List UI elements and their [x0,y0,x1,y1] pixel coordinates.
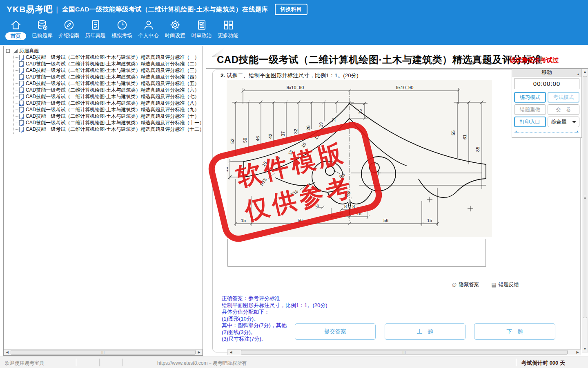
panel-collapse-icon[interactable]: ▲ [577,71,580,78]
content-hscrollbar[interactable]: ◀ ▶ ||| [227,349,581,355]
nav-item-profile[interactable]: 个人中心 [135,19,162,39]
hide-eye-icon: ∅ [452,282,457,288]
tree-guide-line [13,54,14,134]
practice-mode-button[interactable]: 练习模式 [514,92,546,103]
doc-edit-icon [19,74,24,80]
not-taken-notice: 该试卷还未考试过 [510,56,559,64]
submit-paper-button[interactable]: 交 卷 [548,104,579,115]
svg-text:26: 26 [306,126,311,130]
svg-text:18: 18 [356,211,361,216]
feedback-link[interactable]: ▤ 错题反馈 [491,281,519,288]
tree-item-label: CAD技能一级考试（二维计算机绘图·土木与建筑类）精选真题及评分标准（三） [26,67,199,74]
tree-connector [14,90,18,90]
switch-subject-button[interactable]: 切换科目 [275,4,307,15]
nav-label: 介绍指南 [59,32,79,39]
nav-item-guide[interactable]: 介绍指南 [56,19,82,39]
tree-item[interactable]: CAD技能一级考试（二维计算机绘图·土木与建筑类）精选真题及评分标准（三） [14,67,203,74]
scroll-down-arrow[interactable]: ▼ [582,346,588,352]
svg-text:15: 15 [358,109,363,114]
answer-line: (1)图形(10分)。 [222,316,327,323]
tree-item-label: CAD技能一级考试（二维计算机绘图·土木与建筑类）精选真题及评分标准（二） [26,61,199,67]
nav-item-time-settings[interactable]: 时间设置 [162,19,188,39]
tree-item[interactable]: CAD技能一级考试（二维计算机绘图·土木与建筑类）精选真题及评分标准（四） [14,74,203,80]
svg-text:85: 85 [475,147,480,152]
svg-text:46: 46 [255,136,260,141]
svg-text:52: 52 [230,139,235,144]
tree-item[interactable]: CAD技能一级考试（二维计算机绘图·土木与建筑类）精选真题及评分标准（九） [14,106,203,113]
feedback-note-icon: ▤ [491,282,496,288]
doc-edit-icon [19,68,24,73]
nav-item-more[interactable]: 更多功能 [215,19,241,39]
scroll-left-arrow[interactable]: ◀ [228,350,234,355]
collapse-icon[interactable] [6,49,10,53]
tree-item[interactable]: CAD技能一级考试（二维计算机绘图·土木与建筑类）精选真题及评分标准（十） [14,113,203,119]
tree-connector [14,103,18,103]
tree-root[interactable]: 历届真题 [6,47,203,54]
nav-label: 个人中心 [138,32,159,39]
main-toolbar: 首页 已购题库 介绍指南 历年真题 模拟考场 个人中心 [0,16,588,40]
answer-input-area[interactable] [227,239,486,267]
tree-item-label: CAD技能一级考试（二维计算机绘图·土木与建筑类）精选真题及评分标准（十二） [26,126,204,133]
tree-item-label: CAD技能一级考试（二维计算机绘图·土木与建筑类）精选真题及评分标准（七） [26,93,199,100]
tree-item[interactable]: CAD技能一级考试（二维计算机绘图·土木与建筑类）精选真题及评分标准（一） [14,54,203,61]
tree-item[interactable]: CAD技能一级考试（二维计算机绘图·土木与建筑类）精选真题及评分标准（六） [14,87,203,93]
splitter-right-arrow: ▲ [576,130,579,133]
next-question-button[interactable]: 下一题 [474,323,555,340]
panel-header-label: 移动 [542,70,552,75]
app-window: YKB易考吧 | 全国CAD一级技能等级考试（二维计算机绘图·土木与建筑类）在线… [0,0,588,368]
submit-answer-button[interactable]: 提交答案 [295,323,376,340]
previous-question-button[interactable]: 上一题 [385,323,466,340]
answer-line: 具体分值分配如下： [222,309,327,316]
doc-edit-icon [19,88,24,93]
question-type-dropdown[interactable]: 综合题 [548,117,579,127]
svg-text:32: 32 [293,129,298,134]
status-divider [516,359,517,366]
tree-item-label: CAD技能一级考试（二维计算机绘图·土木与建筑类）精选真题及评分标准（四） [26,74,199,81]
tree-item[interactable]: CAD技能一级考试（二维计算机绘图·土木与建筑类）精选真题及评分标准（八） [14,100,203,106]
scroll-thumb[interactable]: ||| [241,350,568,355]
brand-logo: YKB易考吧 [7,4,53,15]
nav-item-past-papers[interactable]: 历年真题 [82,19,109,39]
nav-item-purchased[interactable]: 已购题库 [29,19,56,39]
scroll-thumb[interactable]: ||| [11,350,196,355]
mode-button-grid: 练习模式 考试模式 错题重做 交 卷 打印入口 综合题 [512,90,581,129]
nav-item-mock-exam[interactable]: 模拟考场 [109,19,135,39]
doc-edit-icon [19,127,24,132]
print-entry-button[interactable]: 打印入口 [514,117,546,127]
svg-text:18: 18 [338,211,343,216]
clock-icon [116,19,128,31]
tree-item[interactable]: CAD技能一级考试（二维计算机绘图·土木与建筑类）精选真题及评分标准（七） [14,93,203,100]
scroll-up-arrow[interactable]: ▲ [582,69,588,75]
tree-connector [14,116,18,117]
redo-wrong-button[interactable]: 错题重做 [514,104,546,115]
content-vscrollbar[interactable]: ▲ ▼ [582,69,588,352]
panel-drag-handle[interactable]: 移动 ▲ [512,69,581,76]
tree-item[interactable]: CAD技能一级考试（二维计算机绘图·土木与建筑类）精选真题及评分标准（十二） [14,126,203,132]
nav-label: 模拟考场 [112,32,132,39]
tree-item[interactable]: CAD技能一级考试（二维计算机绘图·土木与建筑类）精选真题及评分标准（五） [14,80,203,87]
hide-answer-link[interactable]: ∅ 隐藏答案 [452,281,479,288]
svg-text:37: 37 [281,131,285,136]
doc-edit-icon [19,55,24,60]
svg-text:19: 19 [318,122,323,127]
nav-item-home[interactable]: 首页 [2,19,29,40]
left-panel-hscrollbar[interactable]: ◀ ▶ ||| [4,349,203,355]
answer-links: ∅ 隐藏答案 ▤ 错题反馈 [452,281,519,288]
tree-item[interactable]: CAD技能一级考试（二维计算机绘图·土木与建筑类）精选真题及评分标准（十一） [14,119,203,126]
question-number: 2. [220,72,225,79]
doc-edit-icon [19,61,24,67]
scroll-right-arrow[interactable]: ▶ [196,350,202,355]
scroll-left-arrow[interactable]: ◀ [4,350,10,355]
tree-item[interactable]: CAD技能一级考试（二维计算机绘图·土木与建筑类）精选真题及评分标准（二） [14,61,203,67]
app-title: 全国CAD一级技能等级考试（二维计算机绘图·土木与建筑类）在线题库 [62,5,268,14]
tree-item-label: CAD技能一级考试（二维计算机绘图·土木与建筑类）精选真题及评分标准（八） [26,100,199,107]
nav-item-current-affairs[interactable]: 时事政治 [188,19,215,39]
status-divider [76,359,77,366]
exam-mode-button[interactable]: 考试模式 [548,92,579,103]
panel-splitter[interactable]: ▲ ▲ [514,132,579,135]
scroll-right-arrow[interactable]: ▶ [575,350,581,355]
scroll-thumb[interactable] [583,76,587,318]
nav-label: 时间设置 [165,32,185,39]
document-check-icon [89,19,102,31]
svg-text:15: 15 [427,218,432,223]
